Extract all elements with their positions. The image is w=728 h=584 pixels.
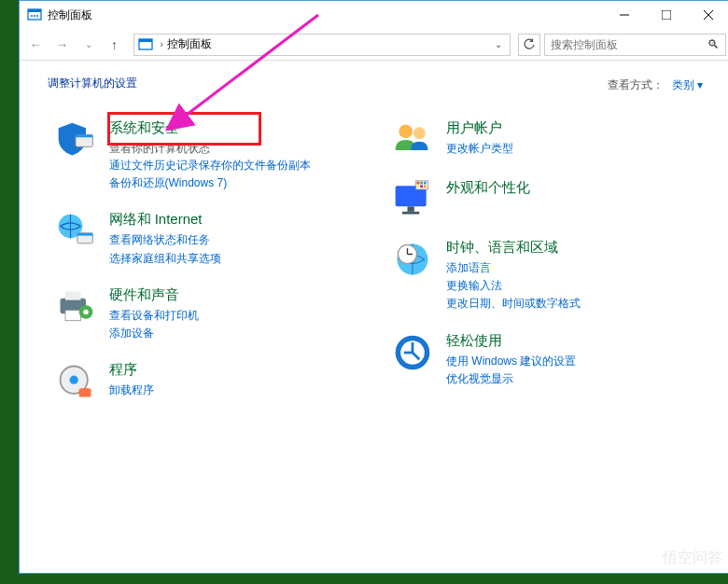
category-link[interactable]: 查看你的计算机状态 — [109, 142, 210, 155]
category-link[interactable]: 查看设备和打印机 — [109, 307, 367, 325]
category-link[interactable]: 添加语言 — [446, 259, 704, 277]
recent-dropdown[interactable]: ⌄ — [77, 34, 100, 56]
minimize-button[interactable] — [604, 2, 646, 28]
ease-of-access-icon — [392, 332, 433, 373]
category-link[interactable]: 优化视觉显示 — [446, 370, 704, 388]
monitor-icon — [392, 179, 433, 220]
category-link[interactable]: 更改日期、时间或数字格式 — [446, 295, 704, 313]
svg-rect-34 — [420, 185, 423, 188]
category-link[interactable]: 卸载程序 — [109, 382, 367, 399]
titlebar: 控制面板 — [20, 1, 729, 29]
svg-rect-12 — [76, 135, 92, 138]
navigation-bar: ← → ⌄ ↑ › 控制面板 ⌄ 🔍︎ — [20, 29, 729, 61]
svg-rect-17 — [65, 291, 81, 299]
category-title[interactable]: 系统和安全 — [109, 119, 367, 137]
category-link[interactable]: 添加设备 — [109, 325, 367, 342]
back-button[interactable]: ← — [25, 34, 48, 56]
category-link[interactable]: 更换输入法 — [446, 277, 704, 295]
category-user-accounts: 用户帐户 更改帐户类型 — [385, 119, 704, 160]
users-icon — [392, 119, 433, 160]
category-link[interactable]: 备份和还原(Windows 7) — [109, 174, 367, 192]
search-box[interactable]: 🔍︎ — [544, 34, 726, 56]
svg-rect-35 — [424, 185, 427, 188]
svg-point-4 — [36, 15, 38, 17]
svg-point-2 — [31, 15, 33, 17]
refresh-button[interactable] — [518, 34, 540, 56]
search-input[interactable] — [551, 38, 707, 51]
globe-network-icon — [55, 211, 96, 252]
category-title[interactable]: 网络和 Internet — [109, 211, 367, 229]
viewby-dropdown[interactable]: 类别 ▾ — [672, 78, 703, 91]
category-title[interactable]: 轻松使用 — [446, 332, 704, 350]
content-area: 调整计算机的设置 查看方式： 类别 ▾ 系统和安全 查看你的计算机状态 通过文件… — [20, 61, 729, 436]
address-bar[interactable]: › 控制面板 ⌄ — [133, 34, 511, 56]
svg-point-25 — [413, 127, 426, 139]
category-link[interactable]: 选择家庭组和共享选项 — [109, 250, 367, 268]
category-appearance: 外观和个性化 — [385, 179, 704, 220]
breadcrumb-item[interactable]: 控制面板 — [167, 36, 212, 52]
up-button[interactable]: ↑ — [104, 34, 126, 56]
svg-rect-1 — [28, 9, 41, 12]
svg-rect-27 — [408, 206, 414, 212]
clock-globe-icon — [392, 239, 433, 280]
category-title[interactable]: 外观和个性化 — [446, 179, 704, 197]
category-link[interactable]: 使用 Windows 建议的设置 — [446, 353, 704, 370]
category-link[interactable]: 通过文件历史记录保存你的文件备份副本 — [109, 157, 367, 174]
printer-icon — [55, 286, 96, 327]
category-link[interactable]: 查看网络状态和任务 — [109, 231, 367, 249]
svg-rect-31 — [420, 182, 423, 185]
svg-point-24 — [399, 125, 413, 139]
window-title: 控制面板 — [48, 7, 604, 23]
svg-point-3 — [34, 15, 35, 17]
category-title[interactable]: 程序 — [109, 361, 367, 379]
category-ease-of-access: 轻松使用 使用 Windows 建议的设置 优化视觉显示 — [385, 332, 704, 388]
svg-rect-32 — [424, 182, 427, 185]
search-icon[interactable]: 🔍︎ — [707, 37, 720, 51]
control-panel-icon — [138, 37, 153, 52]
category-clock: 时钟、语言和区域 添加语言 更换输入法 更改日期、时间或数字格式 — [385, 239, 704, 313]
svg-rect-6 — [662, 10, 671, 20]
svg-rect-23 — [78, 388, 91, 396]
svg-rect-28 — [402, 212, 419, 215]
page-heading: 调整计算机的设置 — [48, 76, 704, 91]
close-button[interactable] — [688, 2, 729, 28]
svg-rect-18 — [65, 310, 81, 320]
breadcrumb-sep: › — [161, 39, 163, 49]
svg-point-22 — [69, 376, 77, 384]
svg-rect-10 — [139, 39, 152, 42]
category-system-security: 系统和安全 查看你的计算机状态 通过文件历史记录保存你的文件备份副本 备份和还原… — [48, 119, 367, 192]
control-panel-icon — [27, 7, 42, 22]
watermark: 悟空问答 — [663, 549, 722, 568]
right-column: 用户帐户 更改帐户类型 外观和个性化 时钟、语言和区域 添加语言 — [385, 119, 704, 421]
category-title[interactable]: 时钟、语言和区域 — [446, 239, 704, 257]
category-link[interactable]: 更改帐户类型 — [446, 140, 704, 158]
control-panel-window: 控制面板 ← → ⌄ ↑ › 控制面板 ⌄ 🔍︎ 调整计算机的设置 查看方式： … — [19, 0, 729, 574]
category-network: 网络和 Internet 查看网络状态和任务 选择家庭组和共享选项 — [48, 211, 367, 267]
svg-rect-15 — [77, 233, 91, 236]
view-by: 查看方式： 类别 ▾ — [608, 77, 704, 93]
category-hardware: 硬件和声音 查看设备和打印机 添加设备 — [48, 286, 367, 342]
programs-icon — [55, 361, 96, 402]
shield-icon — [55, 119, 96, 160]
forward-button[interactable]: → — [51, 34, 74, 56]
svg-rect-30 — [417, 182, 420, 185]
maximize-button[interactable] — [646, 2, 688, 28]
category-programs: 程序 卸载程序 — [48, 361, 367, 402]
address-dropdown[interactable]: ⌄ — [491, 39, 506, 49]
svg-point-20 — [83, 310, 89, 315]
left-column: 系统和安全 查看你的计算机状态 通过文件历史记录保存你的文件备份副本 备份和还原… — [48, 119, 367, 421]
svg-rect-33 — [417, 185, 420, 188]
viewby-label: 查看方式： — [608, 78, 664, 91]
category-title[interactable]: 用户帐户 — [446, 119, 704, 137]
category-title[interactable]: 硬件和声音 — [109, 286, 367, 304]
